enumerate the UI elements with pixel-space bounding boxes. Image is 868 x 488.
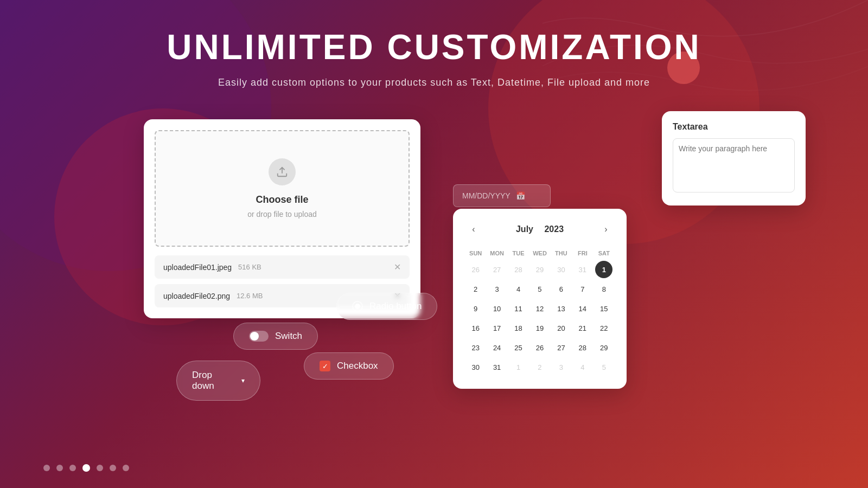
dropdown-label: Drop down — [192, 370, 235, 391]
cal-day[interactable]: 27 — [552, 339, 570, 356]
cal-day[interactable]: 18 — [510, 319, 527, 337]
cal-day-selected[interactable]: 1 — [595, 261, 612, 278]
cal-day[interactable]: 4 — [574, 358, 591, 376]
textarea-card: Textarea — [662, 111, 806, 206]
calendar-next-button[interactable]: › — [598, 222, 614, 237]
cal-day[interactable]: 4 — [510, 280, 527, 298]
dropzone[interactable]: Choose file or drop file to upload — [155, 130, 410, 247]
calendar-grid: SUN MON TUE WED THU FRI SAT 26 27 28 29 … — [466, 248, 614, 376]
cal-day[interactable]: 13 — [552, 300, 570, 317]
cal-day[interactable]: 27 — [488, 261, 506, 278]
cal-day[interactable]: 6 — [552, 280, 570, 298]
cal-day[interactable]: 16 — [467, 319, 484, 337]
cal-day[interactable]: 25 — [510, 339, 527, 356]
file-info-1: uploadedFile01.jpeg 516 KB — [163, 263, 261, 272]
cal-day[interactable]: 14 — [574, 300, 591, 317]
radio-label: Radio button — [369, 301, 422, 312]
cal-header-sat: SAT — [595, 248, 614, 259]
page-header: UNLIMITED CUSTOMIZATION Easily add custo… — [0, 0, 868, 88]
file-item-1: uploadedFile01.jpeg 516 KB ✕ — [155, 255, 410, 279]
date-input[interactable]: MM/DD/YYYY 📅 — [453, 184, 551, 207]
file-size-1: 516 KB — [238, 263, 261, 271]
cal-day[interactable]: 5 — [531, 280, 548, 298]
pagination-dot-2[interactable] — [56, 465, 63, 471]
file-name-2: uploadedFile02.png — [163, 292, 230, 300]
cal-header-fri: FRI — [573, 248, 592, 259]
cal-day[interactable]: 29 — [531, 261, 548, 278]
cal-day[interactable]: 24 — [488, 339, 506, 356]
cal-header-thu: THU — [552, 248, 571, 259]
switch-label: Switch — [275, 331, 302, 342]
choose-file-text[interactable]: Choose file — [167, 194, 398, 206]
cal-day[interactable]: 30 — [552, 261, 570, 278]
cal-day[interactable]: 8 — [595, 280, 612, 298]
switch-button[interactable]: Switch — [233, 323, 318, 350]
cal-day[interactable]: 9 — [467, 300, 484, 317]
cal-header-wed: WED — [530, 248, 549, 259]
radio-icon — [352, 301, 363, 312]
calendar-card: ‹ July 2023 › SUN MON TUE WED THU FRI SA… — [453, 209, 627, 389]
cal-day[interactable]: 29 — [595, 339, 612, 356]
cal-day[interactable]: 20 — [552, 319, 570, 337]
calendar-icon: 📅 — [516, 191, 525, 200]
cal-day[interactable]: 28 — [574, 339, 591, 356]
pagination-dot-7[interactable] — [123, 465, 129, 471]
cal-day[interactable]: 7 — [574, 280, 591, 298]
file-info-2: uploadedFile02.png 12.6 MB — [163, 292, 263, 300]
drop-text: or drop file to upload — [167, 210, 398, 219]
chevron-down-icon: ▾ — [241, 377, 245, 384]
file-close-1[interactable]: ✕ — [394, 262, 401, 272]
cal-day[interactable]: 3 — [552, 358, 570, 376]
pagination — [43, 464, 129, 472]
cal-day[interactable]: 17 — [488, 319, 506, 337]
cal-day[interactable]: 5 — [595, 358, 612, 376]
dropdown-button[interactable]: Drop down ▾ — [176, 361, 260, 401]
cal-header-sun: SUN — [466, 248, 485, 259]
cal-day[interactable]: 1 — [510, 358, 527, 376]
textarea-field[interactable] — [673, 138, 795, 192]
checkbox-icon: ✓ — [320, 361, 330, 371]
date-input-container: MM/DD/YYYY 📅 — [453, 184, 551, 207]
checkbox-label: Checkbox — [337, 361, 378, 371]
cal-day[interactable]: 26 — [531, 339, 548, 356]
cal-day[interactable]: 10 — [488, 300, 506, 317]
calendar-month: July — [516, 224, 533, 234]
cal-day[interactable]: 26 — [467, 261, 484, 278]
cal-day[interactable]: 31 — [574, 261, 591, 278]
file-name-1: uploadedFile01.jpeg — [163, 263, 232, 272]
cal-day[interactable]: 3 — [488, 280, 506, 298]
cal-day[interactable]: 22 — [595, 319, 612, 337]
cal-day[interactable]: 2 — [531, 358, 548, 376]
cal-day[interactable]: 30 — [467, 358, 484, 376]
cal-day[interactable]: 12 — [531, 300, 548, 317]
pagination-dot-5[interactable] — [97, 465, 103, 471]
cal-header-mon: MON — [487, 248, 506, 259]
cal-day[interactable]: 21 — [574, 319, 591, 337]
calendar-prev-button[interactable]: ‹ — [466, 222, 481, 237]
date-placeholder: MM/DD/YYYY — [462, 191, 510, 200]
cal-day[interactable]: 31 — [488, 358, 506, 376]
textarea-label: Textarea — [673, 122, 795, 132]
cal-day[interactable]: 11 — [510, 300, 527, 317]
file-size-2: 12.6 MB — [237, 292, 263, 300]
calendar-header: ‹ July 2023 › — [466, 222, 614, 237]
calendar-month-year: July 2023 — [514, 224, 566, 234]
page-title: UNLIMITED CUSTOMIZATION — [0, 27, 868, 67]
pagination-dot-1[interactable] — [43, 465, 50, 471]
pagination-dot-6[interactable] — [110, 465, 116, 471]
file-upload-card: Choose file or drop file to upload uploa… — [144, 119, 420, 318]
page-subtitle: Easily add custom options to your produc… — [0, 77, 868, 88]
calendar-year: 2023 — [544, 224, 564, 234]
content-area: Choose file or drop file to upload uploa… — [0, 106, 868, 488]
cal-day[interactable]: 2 — [467, 280, 484, 298]
cal-day[interactable]: 23 — [467, 339, 484, 356]
switch-icon — [249, 331, 269, 342]
radio-button[interactable]: Radio button — [336, 293, 437, 320]
cal-day[interactable]: 28 — [510, 261, 527, 278]
checkbox-button[interactable]: ✓ Checkbox — [304, 352, 394, 380]
pagination-dot-4-active[interactable] — [82, 464, 90, 472]
cal-day[interactable]: 19 — [531, 319, 548, 337]
cal-day[interactable]: 15 — [595, 300, 612, 317]
pagination-dot-3[interactable] — [69, 465, 76, 471]
cal-header-tue: TUE — [509, 248, 528, 259]
